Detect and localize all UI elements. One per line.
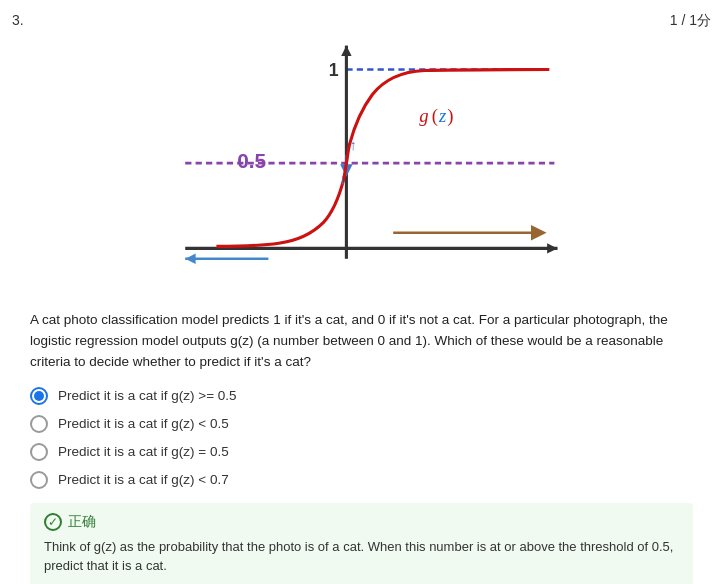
feedback-header: ✓ 正确 — [44, 513, 679, 531]
svg-text:↑: ↑ — [349, 137, 356, 153]
svg-text:z: z — [437, 105, 446, 126]
question-number: 3. — [12, 12, 24, 28]
options-list: Predict it is a cat if g(z) >= 0.5 Predi… — [30, 387, 693, 489]
option-4-label: Predict it is a cat if g(z) < 0.7 — [58, 472, 229, 487]
option-4[interactable]: Predict it is a cat if g(z) < 0.7 — [30, 471, 693, 489]
svg-text:0.5: 0.5 — [237, 149, 266, 172]
option-3[interactable]: Predict it is a cat if g(z) = 0.5 — [30, 443, 693, 461]
radio-2[interactable] — [30, 415, 48, 433]
svg-text:(: ( — [431, 105, 437, 127]
chart-area: g ( z ) 1 0.5 ↑ ↓ — [152, 30, 572, 290]
svg-text:g: g — [419, 105, 428, 126]
option-1[interactable]: Predict it is a cat if g(z) >= 0.5 — [30, 387, 693, 405]
svg-text:): ) — [447, 105, 453, 127]
radio-1[interactable] — [30, 387, 48, 405]
radio-4[interactable] — [30, 471, 48, 489]
check-icon: ✓ — [44, 513, 62, 531]
svg-text:1: 1 — [328, 60, 338, 80]
option-2[interactable]: Predict it is a cat if g(z) < 0.5 — [30, 415, 693, 433]
option-2-label: Predict it is a cat if g(z) < 0.5 — [58, 416, 229, 431]
question-text: A cat photo classification model predict… — [30, 310, 693, 373]
feedback-text: Think of g(z) as the probability that th… — [44, 537, 679, 576]
option-1-label: Predict it is a cat if g(z) >= 0.5 — [58, 388, 237, 403]
svg-marker-3 — [547, 243, 557, 253]
svg-marker-5 — [185, 254, 195, 264]
option-3-label: Predict it is a cat if g(z) = 0.5 — [58, 444, 229, 459]
feedback-box: ✓ 正确 Think of g(z) as the probability th… — [30, 503, 693, 584]
feedback-status: 正确 — [68, 513, 96, 531]
radio-3[interactable] — [30, 443, 48, 461]
score-label: 1 / 1分 — [670, 12, 711, 30]
radio-1-inner — [34, 391, 44, 401]
svg-text:↓: ↓ — [339, 171, 346, 187]
svg-marker-7 — [341, 46, 351, 56]
